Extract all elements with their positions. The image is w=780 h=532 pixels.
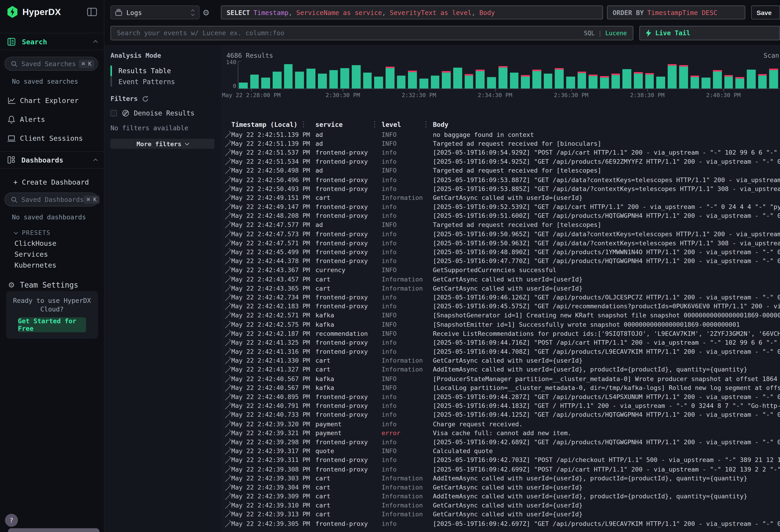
log-row[interactable]: May 22 2:42:51.139 PMadINFOno baggage fo… xyxy=(221,130,780,139)
sidebar-item-dashboards[interactable]: Dashboards xyxy=(0,151,104,169)
log-row[interactable]: May 22 2:42:39.309 PMcartInformationAddI… xyxy=(221,492,780,501)
log-row[interactable]: May 22 2:42:41.325 PMfrontend-proxyinfo[… xyxy=(221,338,780,347)
histogram-bar[interactable] xyxy=(769,69,778,89)
source-settings-gear-icon[interactable]: ⚙ xyxy=(199,5,213,19)
histogram-bar[interactable] xyxy=(363,73,372,88)
live-tail-button[interactable]: Live Tail xyxy=(639,26,780,40)
chevron-up-icon[interactable] xyxy=(93,40,98,45)
sql-toggle[interactable]: SQL xyxy=(584,30,595,37)
log-row[interactable]: May 22 2:42:42.183 PMfrontend-proxyinfo[… xyxy=(221,302,780,311)
histogram-bar[interactable] xyxy=(295,71,304,88)
sidebar-preset-clickhouse[interactable]: ClickHouse xyxy=(14,239,104,247)
help-button[interactable]: ? xyxy=(5,514,18,527)
log-row[interactable]: May 22 2:42:45.499 PMfrontend-proxyinfo[… xyxy=(221,247,780,256)
denoise-results-toggle[interactable]: Denoise Results xyxy=(110,109,214,117)
analysis-mode-tab[interactable]: Results Table xyxy=(118,66,175,76)
histogram-bar[interactable] xyxy=(284,64,293,89)
histogram-bar[interactable] xyxy=(419,79,428,89)
source-select[interactable]: Logs xyxy=(110,5,199,19)
histogram-bar[interactable] xyxy=(690,76,699,89)
histogram-bar[interactable] xyxy=(374,77,383,88)
log-row[interactable]: May 22 2:42:48.208 PMfrontend-proxyinfo[… xyxy=(221,211,780,220)
histogram-bar[interactable] xyxy=(589,74,598,88)
sidebar-item-search[interactable]: Search xyxy=(0,33,104,50)
histogram-bar[interactable] xyxy=(239,82,248,88)
histogram-bar[interactable] xyxy=(656,77,666,89)
histogram-bar[interactable] xyxy=(724,75,733,88)
log-row[interactable]: May 22 2:42:39.310 PMcartInformationGetC… xyxy=(221,501,780,510)
log-row[interactable]: May 22 2:42:49.151 PMcartInformationGetC… xyxy=(221,193,780,202)
sidebar-item-chart-explorer[interactable]: Chart Explorer xyxy=(0,95,104,105)
sidebar-item-alerts[interactable]: Alerts xyxy=(0,114,104,125)
log-row[interactable]: May 22 2:42:51.139 PMadINFOTargeted ad r… xyxy=(221,139,780,148)
log-row[interactable]: May 22 2:42:41.330 PMcartInformationGetC… xyxy=(221,356,780,365)
log-row[interactable]: May 22 2:42:40.895 PMfrontend-proxyinfo[… xyxy=(221,392,780,401)
histogram-bar[interactable] xyxy=(521,75,530,89)
log-row[interactable]: May 22 2:42:49.147 PMfrontend-proxyinfo[… xyxy=(221,202,780,211)
log-row[interactable]: May 22 2:42:39.311 PMfrontend-proxyinfo[… xyxy=(221,455,780,465)
log-row[interactable]: May 22 2:42:42.734 PMfrontend-proxyinfo[… xyxy=(221,293,780,302)
save-button[interactable]: Save xyxy=(751,5,780,19)
histogram-bar[interactable] xyxy=(465,74,474,88)
histogram-bar[interactable] xyxy=(329,70,338,88)
histogram-bar[interactable] xyxy=(408,70,417,89)
log-row[interactable]: May 22 2:42:39.313 PMcartInformationGetC… xyxy=(221,510,780,519)
histogram-bar[interactable] xyxy=(543,74,552,88)
events-histogram[interactable]: 140 0 May 22 2:28:00 PM2:30:30 PM2:32:30… xyxy=(221,60,780,100)
log-row[interactable]: May 22 2:42:40.733 PMfrontend-proxyinfo[… xyxy=(221,410,780,420)
sidebar-collapse-icon[interactable] xyxy=(87,7,97,16)
lucene-toggle[interactable]: Lucene xyxy=(605,30,627,37)
histogram-bar[interactable] xyxy=(577,71,586,88)
log-row[interactable]: May 22 2:42:47.573 PMfrontend-proxyinfo[… xyxy=(221,229,780,239)
sidebar-preset-kubernetes[interactable]: Kubernetes xyxy=(14,261,104,269)
denoise-checkbox[interactable] xyxy=(110,109,117,116)
histogram-bar[interactable] xyxy=(261,77,270,88)
log-row[interactable]: May 22 2:42:51.537 PMfrontend-proxyinfo[… xyxy=(221,148,780,157)
column-resize-handle[interactable] xyxy=(303,122,304,127)
analysis-mode-tab[interactable]: Event Patterns xyxy=(118,77,175,87)
histogram-bar[interactable] xyxy=(340,68,349,88)
log-row[interactable]: May 22 2:42:40.567 PMkafkaINFO[LocalLog … xyxy=(221,383,780,392)
histogram-bar[interactable] xyxy=(735,77,744,89)
log-row[interactable]: May 22 2:42:39.303 PMcartInformationAddI… xyxy=(221,474,780,483)
log-row[interactable]: May 22 2:42:39.317 PMquoteINFOCalculated… xyxy=(221,446,780,455)
log-row[interactable]: May 22 2:42:47.577 PMadINFOTargeted ad r… xyxy=(221,220,780,229)
histogram-bar[interactable] xyxy=(318,74,327,89)
log-row[interactable]: May 22 2:42:43.367 PMcurrencyINFOGetSupp… xyxy=(221,265,780,275)
column-resize-handle[interactable] xyxy=(374,122,376,127)
histogram-bar[interactable] xyxy=(555,68,564,88)
histogram-bar[interactable] xyxy=(668,64,677,89)
histogram-bar[interactable] xyxy=(385,67,394,88)
histogram-bar[interactable] xyxy=(611,74,620,89)
log-row[interactable]: May 22 2:42:41.316 PMfrontend-proxyinfo[… xyxy=(221,347,780,356)
histogram-bar[interactable] xyxy=(566,77,575,89)
histogram-bar[interactable] xyxy=(431,76,440,89)
log-row[interactable]: May 22 2:42:39.320 PMpaymentinfoCharge r… xyxy=(221,419,780,428)
log-row[interactable]: May 22 2:42:42.571 PMkafkaINFO[SnapshotG… xyxy=(221,311,780,320)
histogram-bar[interactable] xyxy=(273,71,282,88)
log-row[interactable]: May 22 2:42:44.378 PMfrontend-proxyinfo[… xyxy=(221,256,780,265)
log-row[interactable]: May 22 2:42:43.457 PMcartInformationGetC… xyxy=(221,275,780,284)
log-row[interactable]: May 22 2:42:40.567 PMkafkaINFO[ProducerS… xyxy=(221,374,780,383)
log-row[interactable]: May 22 2:42:39.305 PMfrontend-proxyinfo[… xyxy=(221,519,780,528)
histogram-bar[interactable] xyxy=(476,69,485,88)
histogram-bar[interactable] xyxy=(747,69,756,88)
log-row[interactable]: May 22 2:42:50.493 PMfrontend-proxyinfo[… xyxy=(221,184,780,193)
histogram-bar[interactable] xyxy=(306,68,315,88)
log-row[interactable]: May 22 2:42:42.187 PMrecommendationINFOR… xyxy=(221,329,780,338)
log-row[interactable]: May 22 2:42:51.534 PMfrontend-proxyinfo[… xyxy=(221,157,780,166)
log-row[interactable]: May 22 2:42:39.304 PMcartInformationGetC… xyxy=(221,483,780,492)
get-started-button[interactable]: Get Started for Free xyxy=(18,318,86,332)
log-row[interactable]: May 22 2:42:40.791 PMfrontend-proxyinfo[… xyxy=(221,401,780,410)
histogram-bar[interactable] xyxy=(250,75,259,88)
histogram-bar[interactable] xyxy=(679,65,688,88)
histogram-bar[interactable] xyxy=(487,77,496,89)
presets-toggle[interactable]: PRESETS xyxy=(14,229,104,236)
histogram-bar[interactable] xyxy=(498,66,507,88)
histogram-bar[interactable] xyxy=(758,74,767,89)
sidebar-item-team-settings[interactable]: ⚙ Team Settings xyxy=(0,280,104,290)
saved-dashboards-input[interactable]: Saved Dashboards ⌘ K xyxy=(5,193,98,206)
histogram-bar[interactable] xyxy=(713,70,722,89)
histogram-bar[interactable] xyxy=(352,65,361,88)
histogram-bar[interactable] xyxy=(701,78,711,88)
